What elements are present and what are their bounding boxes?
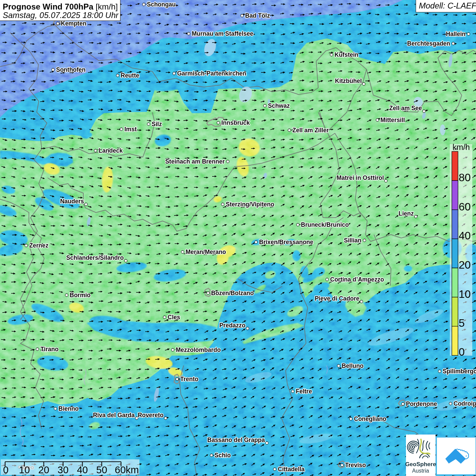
svg-text:50: 50 (96, 464, 107, 475)
svg-text:Imst: Imst (124, 126, 137, 133)
svg-text:Mittersill: Mittersill (380, 117, 405, 123)
svg-text:Hallein: Hallein (446, 31, 465, 37)
svg-text:Lienz: Lienz (398, 210, 414, 217)
svg-text:Zell am See: Zell am See (389, 105, 422, 112)
svg-text:20: 20 (38, 464, 49, 475)
svg-text:Nauders: Nauders (60, 198, 84, 205)
svg-text:Kufstein: Kufstein (335, 51, 358, 58)
svg-text:Cittadella: Cittadella (278, 466, 305, 473)
svg-text:Sillian: Sillian (344, 237, 361, 244)
svg-text:Silz: Silz (152, 121, 162, 128)
svg-text:Meran/Merano: Meran/Merano (186, 249, 226, 255)
svg-text:Austria: Austria (412, 468, 429, 474)
svg-text:Sterzing/Vipiteno: Sterzing/Vipiteno (226, 201, 274, 208)
svg-text:Kempten: Kempten (61, 20, 86, 27)
svg-text:0: 0 (3, 464, 8, 475)
svg-text:0: 0 (459, 346, 465, 358)
svg-text:Tirano: Tirano (40, 346, 58, 353)
svg-text:Pordenone: Pordenone (406, 401, 437, 407)
svg-text:Predazzo: Predazzo (219, 322, 245, 329)
svg-text:Schongau: Schongau (147, 1, 176, 8)
svg-text:GeoSphere: GeoSphere (405, 461, 436, 468)
svg-text:Schio: Schio (215, 452, 231, 459)
svg-text:10: 10 (19, 464, 30, 475)
svg-text:Codroipo: Codroipo (454, 400, 476, 407)
svg-text:Bassano del Grappa: Bassano del Grappa (207, 437, 265, 443)
svg-text:Spilimbergo: Spilimbergo (443, 368, 476, 375)
svg-text:5: 5 (459, 317, 465, 329)
svg-text:40: 40 (77, 464, 88, 475)
svg-text:80: 80 (459, 171, 471, 184)
svg-text:Feltre: Feltre (296, 388, 312, 395)
svg-text:Conegliano: Conegliano (354, 415, 386, 422)
svg-text:Zell am Ziller: Zell am Ziller (292, 127, 329, 134)
svg-text:Treviso: Treviso (345, 462, 366, 469)
svg-text:Kitzbühel: Kitzbühel (335, 78, 362, 84)
svg-text:Samstag, 05.07.2025 18:00 Uhr: Samstag, 05.07.2025 18:00 Uhr (3, 11, 119, 20)
svg-text:Rovereto: Rovereto (138, 412, 164, 419)
svg-text:Modell: C-LAEF: Modell: C-LAEF (419, 1, 476, 10)
svg-text:Bienno: Bienno (58, 405, 79, 412)
svg-text:Matrei in Osttirol: Matrei in Osttirol (337, 174, 384, 181)
svg-text:Bozen/Bolzano: Bozen/Bolzano (211, 290, 254, 296)
svg-text:Zernez: Zernez (29, 242, 49, 249)
svg-text:Murnau am Staffelsee: Murnau am Staffelsee (192, 30, 253, 37)
svg-text:20: 20 (459, 259, 471, 271)
svg-text:Prognose Wind 700hPa [km/h]: Prognose Wind 700hPa [km/h] (3, 2, 118, 11)
svg-text:30: 30 (57, 464, 68, 475)
svg-text:Trento: Trento (180, 376, 198, 382)
svg-text:Innsbruck: Innsbruck (221, 119, 250, 126)
svg-text:Brixen/Bressanone: Brixen/Bressanone (259, 239, 313, 245)
svg-text:Riva del Garda: Riva del Garda (93, 412, 135, 419)
svg-text:Cles: Cles (168, 314, 180, 321)
svg-text:60km: 60km (115, 464, 139, 475)
svg-text:40: 40 (459, 230, 471, 242)
svg-text:Schwaz: Schwaz (268, 102, 290, 109)
svg-text:km/h: km/h (453, 143, 470, 152)
svg-text:Bad Tölz: Bad Tölz (245, 12, 270, 19)
svg-text:60: 60 (459, 201, 471, 213)
svg-text:Cortina d’Ampezzo: Cortina d’Ampezzo (330, 276, 384, 283)
svg-text:Belluno: Belluno (342, 362, 363, 369)
svg-text:Bormio: Bormio (70, 292, 90, 299)
svg-text:Pieve di Cadore: Pieve di Cadore (315, 295, 360, 302)
svg-text:Reutte: Reutte (121, 72, 139, 79)
svg-text:10: 10 (459, 288, 471, 300)
svg-text:Bruneck/Brunico: Bruneck/Brunico (301, 221, 349, 228)
svg-text:Schlanders/Silandro: Schlanders/Silandro (66, 254, 124, 261)
svg-text:Garmisch-Partenkirchen: Garmisch-Partenkirchen (177, 70, 246, 77)
svg-text:Landeck: Landeck (99, 147, 123, 154)
svg-text:Mezzolombardo: Mezzolombardo (176, 346, 221, 353)
svg-text:Berchtesgaden: Berchtesgaden (407, 40, 450, 47)
svg-text:Steinach am Brenner: Steinach am Brenner (165, 158, 225, 165)
svg-text:Sonthofen: Sonthofen (56, 66, 86, 73)
